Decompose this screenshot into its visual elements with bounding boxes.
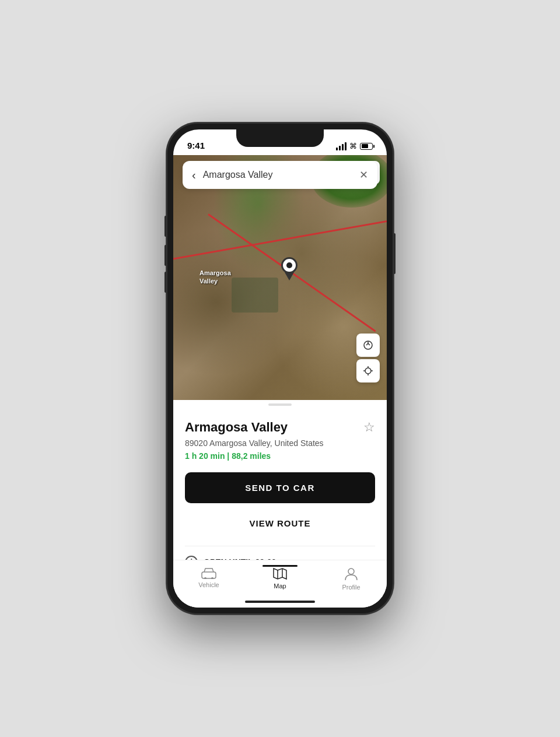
signal-bars-icon (336, 142, 346, 150)
pin-tail (285, 272, 294, 280)
signal-bar-4 (345, 142, 346, 150)
signal-bar-2 (339, 146, 341, 150)
battery-fill (362, 144, 369, 148)
svg-point-8 (211, 577, 214, 579)
location-button[interactable] (356, 359, 380, 382)
phone-shell: 9:41 ⌘ (166, 122, 394, 615)
clear-search-button[interactable]: ✕ (359, 169, 368, 181)
nav-item-vehicle[interactable]: Vehicle (191, 567, 226, 588)
wifi-icon: ⌘ (349, 142, 357, 150)
nav-label-profile: Profile (342, 584, 360, 591)
place-address: 89020 Amargosa Valley, United States (185, 438, 375, 448)
svg-point-1 (365, 368, 371, 374)
nav-active-line (262, 565, 298, 567)
drag-handle (268, 403, 292, 406)
signal-bar-1 (336, 148, 338, 150)
home-indicator (245, 601, 315, 603)
location-crosshair-icon (363, 366, 373, 376)
map-icon (273, 567, 287, 580)
map-satellite: Amargosa Valley (173, 155, 387, 400)
view-route-button[interactable]: VIEW ROUTE (185, 510, 375, 536)
status-icons: ⌘ (336, 142, 373, 150)
compass-icon (363, 340, 373, 350)
battery-icon (360, 143, 373, 150)
vehicle-icon (201, 567, 216, 579)
pin-circle (281, 257, 298, 273)
search-query-text: Amargosa Valley (203, 170, 352, 180)
profile-icon (345, 567, 358, 581)
nav-label-vehicle: Vehicle (198, 581, 219, 588)
location-pin (281, 257, 300, 280)
place-name: Armagosa Valley (185, 420, 288, 435)
back-button[interactable]: ‹ (192, 169, 196, 182)
pin-inner (286, 262, 292, 268)
map-place-label: Amargosa Valley (200, 269, 231, 286)
nav-label-map: Map (274, 582, 286, 589)
send-to-car-button[interactable]: SEND TO CAR (185, 472, 375, 503)
phone-screen: 9:41 ⌘ (173, 129, 387, 608)
svg-rect-6 (202, 572, 216, 578)
page-wrapper: 9:41 ⌘ (0, 0, 560, 737)
nav-item-map[interactable]: Map (262, 567, 298, 589)
svg-marker-9 (274, 568, 286, 579)
map-area[interactable]: Amargosa Valley (173, 155, 387, 400)
svg-point-12 (348, 568, 354, 574)
svg-point-7 (204, 577, 206, 579)
search-bar: ‹ Amargosa Valley ✕ (183, 161, 377, 189)
compass-button[interactable] (356, 334, 380, 357)
settlement-area (232, 278, 278, 313)
nav-item-profile[interactable]: Profile (334, 567, 369, 591)
map-controls-bottom (356, 334, 380, 382)
place-distance: 1 h 20 min | 88,2 miles (185, 451, 375, 461)
notch (236, 129, 324, 147)
status-time: 9:41 (187, 141, 205, 150)
signal-bar-3 (342, 144, 344, 150)
favorite-button[interactable]: ☆ (363, 420, 375, 435)
place-header: Armagosa Valley ☆ (185, 420, 375, 435)
